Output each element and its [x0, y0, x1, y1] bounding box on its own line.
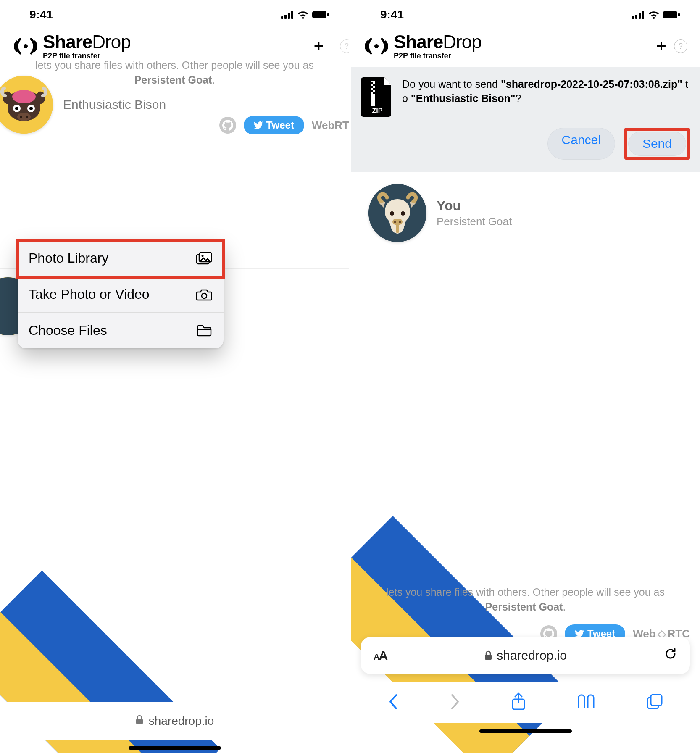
menu-take-photo[interactable]: Take Photo or Video: [18, 276, 224, 313]
menu-item-label: Photo Library: [29, 250, 108, 266]
svg-rect-48: [651, 695, 662, 706]
app-title: ShareDrop: [43, 33, 131, 51]
svg-rect-23: [632, 16, 634, 19]
screenshot-right: 9:41 ShareDrop P2P file: [351, 0, 700, 753]
svg-rect-35: [371, 90, 373, 92]
tweet-button[interactable]: Tweet: [244, 116, 304, 134]
folder-icon: [196, 324, 213, 337]
svg-rect-22: [136, 719, 143, 724]
webrtc-label: WebRT: [312, 119, 349, 132]
svg-point-29: [374, 44, 379, 48]
app-title: ShareDrop: [394, 33, 482, 51]
status-bar: 9:41: [0, 0, 349, 29]
send-confirmation: ZIP Do you want to send "sharedrop-2022-…: [351, 67, 700, 172]
svg-point-6: [24, 44, 28, 48]
url-text: sharedrop.io: [484, 648, 567, 663]
footer-links: Tweet WebRT: [0, 116, 349, 134]
svg-rect-27: [663, 11, 677, 18]
svg-rect-1: [284, 15, 287, 19]
svg-rect-3: [291, 11, 293, 19]
svg-rect-36: [373, 92, 375, 94]
avatar-goat: [368, 184, 426, 242]
help-button[interactable]: ?: [674, 39, 687, 53]
svg-rect-24: [635, 15, 637, 19]
svg-rect-2: [288, 13, 290, 19]
self-label: You: [437, 198, 512, 213]
svg-point-43: [394, 221, 396, 223]
help-button[interactable]: ?: [340, 39, 351, 53]
battery-icon: [663, 11, 680, 19]
battery-icon: [312, 11, 329, 19]
cancel-button[interactable]: Cancel: [547, 128, 615, 160]
svg-rect-45: [485, 655, 492, 660]
sharedrop-logo-icon: [13, 37, 39, 56]
svg-rect-0: [281, 16, 283, 19]
url-bar[interactable]: sharedrop.io: [0, 702, 349, 740]
menu-photo-library[interactable]: Photo Library: [18, 240, 224, 276]
text-size-button[interactable]: AAAA: [374, 648, 387, 663]
menu-item-label: Take Photo or Video: [29, 287, 150, 302]
svg-rect-32: [373, 84, 375, 86]
app-subtitle: P2P file transfer: [394, 52, 482, 60]
reload-icon[interactable]: [664, 647, 677, 664]
svg-rect-26: [642, 11, 644, 19]
svg-rect-33: [371, 86, 373, 88]
svg-point-19: [202, 255, 204, 257]
svg-point-40: [390, 211, 394, 216]
sharedrop-logo-icon: [363, 37, 389, 56]
svg-text:ZIP: ZIP: [372, 107, 383, 114]
svg-rect-25: [639, 13, 641, 19]
menu-choose-files[interactable]: Choose Files: [18, 313, 224, 348]
self-name: Persistent Goat: [437, 215, 512, 228]
cellular-signal-icon: [632, 11, 645, 19]
photo-library-icon: [196, 252, 213, 265]
cellular-signal-icon: [281, 11, 294, 19]
svg-point-41: [401, 211, 405, 216]
send-button[interactable]: Send: [628, 132, 686, 156]
share-button[interactable]: [511, 692, 526, 713]
tweet-label: Tweet: [266, 119, 294, 131]
svg-rect-31: [371, 82, 373, 84]
svg-point-44: [399, 221, 401, 223]
add-button[interactable]: +: [313, 37, 324, 55]
svg-rect-34: [373, 88, 375, 90]
home-indicator: [129, 746, 221, 750]
bookmarks-button[interactable]: [577, 694, 595, 711]
wifi-icon: [648, 11, 660, 19]
url-text: sharedrop.io: [149, 714, 214, 728]
self-row: You Persistent Goat: [351, 172, 700, 250]
confirmation-text: Do you want to send "sharedrop-2022-10-2…: [402, 77, 690, 118]
tabs-button[interactable]: [646, 693, 663, 712]
browser-toolbar: [351, 682, 700, 723]
add-button[interactable]: +: [656, 37, 666, 55]
svg-rect-5: [327, 13, 329, 16]
app-header: ShareDrop P2P file transfer + ?: [351, 29, 700, 67]
github-icon[interactable]: [219, 117, 236, 134]
svg-point-11: [15, 107, 18, 110]
peer-name: Enthusiastic Bison: [63, 97, 166, 112]
footer-info: lets you share files with others. Other …: [0, 58, 349, 87]
url-bar[interactable]: AAAA sharedrop.io: [361, 637, 690, 674]
footer-info: lets you share files with others. Other …: [351, 585, 700, 614]
forward-button[interactable]: [450, 693, 461, 712]
svg-point-12: [29, 107, 33, 110]
status-time: 9:41: [29, 8, 53, 21]
svg-rect-28: [678, 13, 680, 16]
camera-icon: [196, 288, 213, 301]
screenshot-left: 9:41 ShareDrop P2P file: [0, 0, 351, 753]
wifi-icon: [297, 11, 309, 19]
zip-file-icon: ZIP: [361, 77, 394, 118]
lock-icon: [135, 714, 144, 728]
home-indicator: [479, 729, 572, 733]
status-bar: 9:41: [351, 0, 700, 29]
menu-item-label: Choose Files: [29, 323, 107, 338]
svg-rect-4: [312, 11, 326, 18]
back-button[interactable]: [388, 693, 399, 712]
file-picker-popover: Photo Library Take Photo or Video Choose…: [18, 240, 224, 348]
highlight-send: Send: [624, 128, 690, 160]
status-time: 9:41: [380, 8, 404, 21]
svg-point-20: [202, 293, 207, 298]
svg-point-8: [12, 90, 36, 103]
